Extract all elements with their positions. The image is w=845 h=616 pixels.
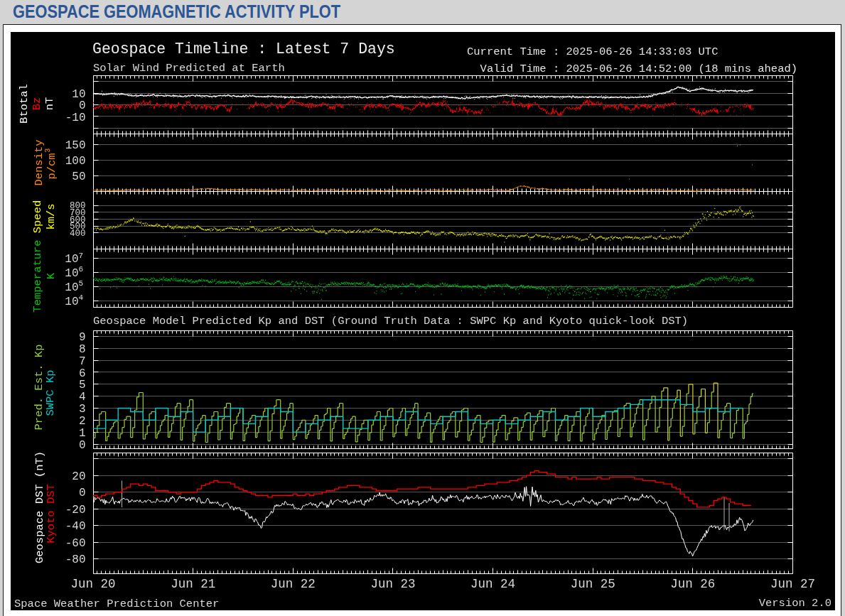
svg-text:8: 8	[79, 342, 86, 355]
svg-text:p/cm: p/cm	[45, 153, 58, 179]
svg-text:7: 7	[79, 251, 84, 259]
svg-text:0: 0	[79, 487, 86, 499]
svg-text:1: 1	[79, 426, 86, 439]
svg-text:-80: -80	[65, 553, 86, 566]
svg-text:km/s: km/s	[45, 203, 58, 229]
svg-text:5: 5	[79, 279, 84, 288]
svg-text:-20: -20	[65, 503, 86, 516]
svg-text:Valid Time : 2025-06-26 14:52:: Valid Time : 2025-06-26 14:52:00 (18 min…	[480, 62, 797, 75]
svg-text:-10: -10	[65, 111, 86, 124]
svg-text:Current Time : 2025-06-26 14:3: Current Time : 2025-06-26 14:33:03 UTC	[467, 45, 718, 58]
svg-text:100: 100	[65, 154, 86, 167]
svg-text:-60: -60	[65, 536, 86, 549]
svg-text:20: 20	[72, 470, 85, 483]
svg-text:3: 3	[79, 403, 86, 416]
svg-text:Solar Wind Predicted at Earth: Solar Wind Predicted at Earth	[93, 62, 285, 75]
svg-text:10: 10	[65, 281, 78, 293]
svg-text:SWPC Kp: SWPC Kp	[44, 369, 57, 416]
svg-text:150: 150	[65, 139, 86, 151]
svg-text:50: 50	[72, 171, 85, 183]
svg-text:Jun 20: Jun 20	[70, 576, 115, 590]
svg-text:10: 10	[72, 87, 85, 100]
svg-text:400: 400	[70, 229, 86, 239]
svg-text:10: 10	[65, 253, 78, 266]
svg-text:2: 2	[79, 414, 86, 427]
svg-text:Kyoto DST: Kyoto DST	[45, 484, 58, 544]
svg-text:4: 4	[79, 391, 86, 404]
svg-text:Geospace DST (nT): Geospace DST (nT)	[33, 450, 46, 563]
svg-text:0: 0	[79, 99, 86, 112]
svg-text:Bz: Bz	[31, 97, 43, 110]
svg-text:nT: nT	[43, 97, 56, 110]
svg-text:7: 7	[79, 355, 86, 367]
svg-text:6: 6	[79, 367, 86, 379]
svg-text:Jun 23: Jun 23	[370, 576, 415, 590]
svg-text:4: 4	[79, 293, 84, 302]
svg-text:Density: Density	[33, 139, 45, 185]
svg-text:6: 6	[79, 265, 84, 274]
svg-text:-40: -40	[65, 520, 86, 533]
svg-text:Btotal: Btotal	[18, 84, 31, 124]
svg-text:Jun 27: Jun 27	[770, 576, 815, 590]
svg-text:5: 5	[79, 379, 86, 391]
svg-text:Space Weather Prediction Cente: Space Weather Prediction Center	[14, 598, 219, 610]
svg-text:Jun 22: Jun 22	[271, 576, 316, 590]
svg-text:Version 2.0: Version 2.0	[759, 596, 831, 609]
svg-text:0: 0	[79, 438, 86, 451]
svg-text:Jun 26: Jun 26	[670, 576, 715, 590]
svg-text:Geospace Model Predicted Kp an: Geospace Model Predicted Kp and DST (Gro…	[93, 315, 688, 328]
svg-text:10: 10	[65, 295, 78, 308]
svg-text:9: 9	[79, 330, 86, 343]
svg-text:Jun 24: Jun 24	[470, 576, 515, 590]
svg-text:Jun 21: Jun 21	[171, 576, 215, 590]
svg-text:Jun 25: Jun 25	[571, 576, 615, 590]
svg-text:Temperature: Temperature	[31, 239, 44, 312]
svg-text:3: 3	[43, 148, 52, 152]
svg-text:K: K	[45, 272, 58, 279]
svg-text:Speed: Speed	[31, 200, 44, 233]
svg-text:10: 10	[65, 267, 78, 280]
svg-text:Geospace Timeline : Latest 7 D: Geospace Timeline : Latest 7 Days	[92, 40, 395, 58]
